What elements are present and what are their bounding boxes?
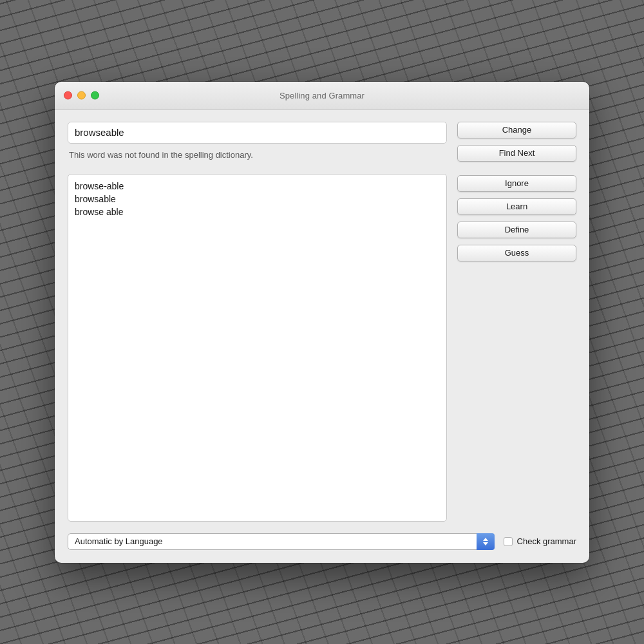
ignore-button[interactable]: Ignore bbox=[457, 175, 576, 192]
close-button[interactable] bbox=[64, 91, 72, 100]
window-title: Spelling and Grammar bbox=[279, 91, 365, 100]
middle-section: browse-able browsable browse able Ignore… bbox=[68, 174, 576, 522]
check-grammar-checkbox[interactable] bbox=[504, 537, 513, 546]
check-grammar-area: Check grammar bbox=[504, 536, 576, 546]
language-select[interactable]: Automatic by Language English French Ger… bbox=[68, 533, 495, 550]
find-next-button[interactable]: Find Next bbox=[457, 145, 576, 162]
suggestion-item[interactable]: browse able bbox=[75, 205, 440, 218]
bottom-section: Automatic by Language English French Ger… bbox=[68, 533, 576, 550]
suggestion-item[interactable]: browse-able bbox=[75, 180, 440, 193]
define-button[interactable]: Define bbox=[457, 222, 576, 238]
suggestion-item[interactable]: browsable bbox=[75, 193, 440, 205]
status-text: This word was not found in the spelling … bbox=[68, 147, 447, 162]
spelling-grammar-window: Spelling and Grammar This word was not f… bbox=[55, 82, 589, 563]
top-section: This word was not found in the spelling … bbox=[68, 122, 576, 162]
titlebar: Spelling and Grammar bbox=[55, 82, 589, 110]
guess-button[interactable]: Guess bbox=[457, 245, 576, 261]
window-content: This word was not found in the spelling … bbox=[55, 110, 589, 563]
check-grammar-label: Check grammar bbox=[517, 536, 576, 546]
side-buttons: Ignore Learn Define Guess bbox=[457, 174, 576, 261]
change-button[interactable]: Change bbox=[457, 122, 576, 138]
minimize-button[interactable] bbox=[77, 91, 86, 100]
fullscreen-button[interactable] bbox=[91, 91, 99, 100]
word-input[interactable] bbox=[68, 122, 447, 144]
learn-button[interactable]: Learn bbox=[457, 198, 576, 215]
traffic-lights bbox=[64, 91, 99, 100]
language-select-wrapper: Automatic by Language English French Ger… bbox=[68, 533, 495, 550]
right-top-column: Change Find Next bbox=[457, 122, 576, 162]
suggestions-box[interactable]: browse-able browsable browse able bbox=[68, 174, 447, 522]
left-top-column: This word was not found in the spelling … bbox=[68, 122, 447, 162]
